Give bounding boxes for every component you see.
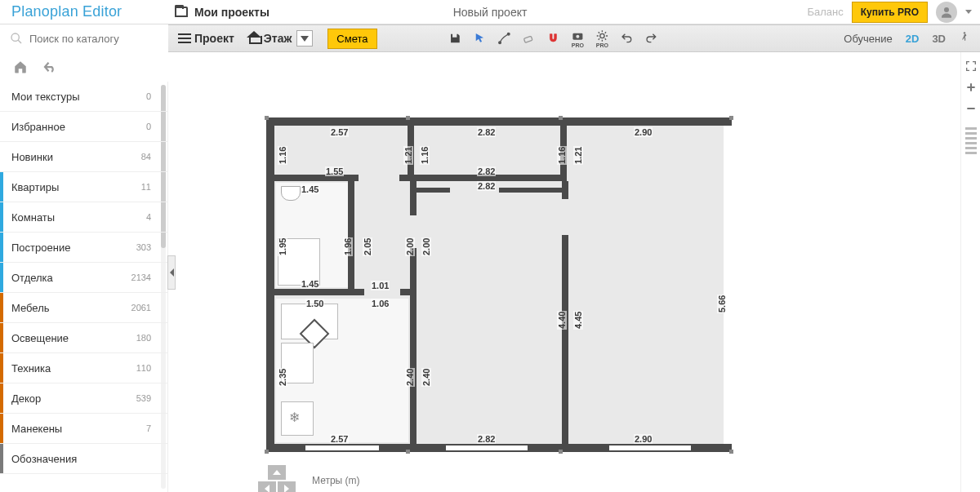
camera-photo-icon[interactable]: PRO: [571, 29, 584, 48]
back-icon[interactable]: [42, 60, 57, 74]
buy-pro-button[interactable]: Купить PRO: [852, 2, 928, 23]
dim: 2.82: [477, 181, 496, 191]
pointer-icon[interactable]: [473, 32, 486, 45]
zoom-out-icon[interactable]: [964, 101, 978, 116]
training-link[interactable]: Обучение: [844, 33, 892, 45]
walk-mode-icon[interactable]: [959, 29, 970, 47]
view-3d-toggle[interactable]: 3D: [932, 33, 946, 45]
dim: 1.50: [305, 299, 324, 308]
dim: 1.45: [301, 184, 319, 194]
main-toolbar: Проект Этаж Смета PRO PRO Обучение 2D 3D: [168, 24, 980, 52]
my-projects-link[interactable]: Мои проекты: [194, 6, 270, 19]
undo-icon[interactable]: [620, 32, 633, 45]
category-count: 180: [136, 333, 151, 343]
catalog-search-input[interactable]: [29, 33, 152, 45]
dim: 1.01: [371, 281, 390, 290]
category-color-bar: [0, 323, 3, 352]
canvas[interactable]: ❄ 2.57 2.82 2.90: [168, 52, 960, 492]
balance-label: Баланс: [808, 6, 844, 18]
dim: 1.95: [278, 237, 287, 256]
floor-select[interactable]: [296, 30, 313, 47]
category-item[interactable]: Построение303: [0, 233, 167, 263]
dim: 2.35: [278, 368, 287, 387]
svg-point-1: [11, 33, 19, 41]
dim: 1.21: [403, 146, 413, 165]
category-count: 2061: [131, 303, 151, 312]
render-icon[interactable]: PRO: [595, 29, 608, 48]
category-count: 7: [146, 423, 151, 433]
chevron-down-icon[interactable]: [965, 10, 972, 14]
category-item[interactable]: Отделка2134: [0, 263, 167, 293]
project-menu[interactable]: Проект: [173, 29, 239, 47]
dim: 1.55: [325, 166, 344, 176]
category-item[interactable]: Обозначения: [0, 444, 167, 474]
svg-point-8: [600, 33, 604, 38]
snowflake-icon: ❄: [289, 410, 300, 425]
dim: 2.90: [634, 434, 653, 444]
category-color-bar: [0, 233, 3, 262]
category-count: 0: [146, 122, 151, 131]
bottom-bar: Метры (m): [168, 469, 960, 492]
nav-up[interactable]: [268, 465, 286, 480]
category-item[interactable]: Комнаты4: [0, 202, 167, 233]
dim: 2.90: [634, 127, 653, 137]
home-icon[interactable]: [13, 60, 28, 74]
zoom-in-icon[interactable]: [964, 80, 978, 95]
avatar[interactable]: [936, 2, 957, 23]
estimate-button[interactable]: Смета: [327, 29, 376, 49]
floor-menu[interactable]: Этаж: [243, 28, 318, 49]
category-color-bar: [0, 383, 3, 413]
dim: 2.82: [477, 434, 496, 444]
dim: 2.05: [363, 237, 372, 256]
user-icon: [939, 5, 954, 20]
dim: 5.66: [717, 295, 727, 313]
svg-line-2: [18, 40, 21, 43]
dim: 2.00: [405, 237, 415, 256]
dim: 1.45: [301, 279, 319, 289]
category-item[interactable]: Техника110: [0, 353, 167, 383]
category-count: 303: [136, 242, 151, 252]
nav-right[interactable]: [278, 481, 296, 492]
eraser-icon[interactable]: [522, 32, 535, 45]
redo-icon[interactable]: [644, 32, 657, 45]
dim: 4.45: [573, 311, 583, 330]
wall-draw-icon[interactable]: [497, 32, 510, 45]
category-item[interactable]: Избранное0: [0, 112, 167, 142]
category-color-bar: [0, 202, 3, 232]
category-color-bar: [0, 353, 3, 383]
category-item[interactable]: Мебель2061: [0, 293, 167, 323]
nav-left[interactable]: [258, 481, 276, 492]
floorplan[interactable]: ❄ 2.57 2.82 2.90: [266, 117, 732, 452]
category-count: 2134: [131, 273, 151, 282]
category-item[interactable]: Мои текстуры0: [0, 82, 167, 112]
collapse-sidebar-handle[interactable]: [167, 255, 176, 290]
dim: 4.40: [557, 311, 567, 330]
save-icon[interactable]: [448, 32, 461, 45]
units-selector[interactable]: Метры (m): [312, 475, 360, 486]
dim: 1.96: [343, 237, 353, 256]
house-icon: [247, 33, 261, 44]
category-list: Мои текстуры0Избранное0Новинки84Квартиры…: [0, 82, 168, 492]
dim: 2.82: [477, 127, 496, 137]
category-label: Обозначения: [11, 453, 77, 465]
category-item[interactable]: Декор539: [0, 383, 167, 414]
category-count: 539: [136, 393, 151, 403]
zoom-slider[interactable]: [965, 127, 977, 154]
category-color-bar: [0, 172, 3, 202]
fullscreen-icon[interactable]: [964, 59, 978, 73]
view-2d-toggle[interactable]: 2D: [906, 33, 920, 45]
category-label: Избранное: [11, 121, 65, 133]
project-label: Проект: [194, 32, 234, 45]
svg-point-7: [576, 34, 579, 38]
dim: 1.16: [278, 146, 287, 165]
category-label: Техника: [11, 362, 51, 375]
category-item[interactable]: Квартиры11: [0, 172, 167, 202]
category-item[interactable]: Манекены7: [0, 414, 167, 444]
svg-point-9: [964, 32, 965, 33]
category-item[interactable]: Новинки84: [0, 142, 167, 172]
category-label: Новинки: [11, 151, 53, 163]
dim: 1.21: [573, 146, 583, 165]
magnet-icon[interactable]: [546, 32, 559, 45]
category-label: Декор: [11, 392, 41, 405]
category-item[interactable]: Освещение180: [0, 323, 167, 353]
